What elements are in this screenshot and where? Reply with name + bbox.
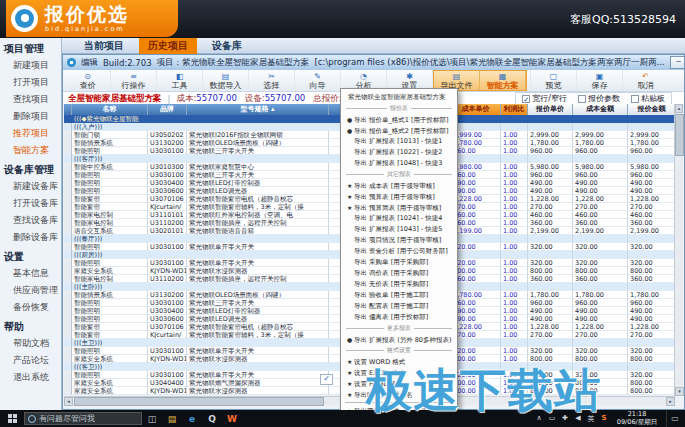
data-import-button[interactable]: ▤数据导入 [203,70,249,91]
row-selector[interactable] [64,291,72,299]
checkbox-报价参数[interactable]: 报价参数 [578,93,620,104]
wizard-button[interactable]: ✎向导 [295,70,341,91]
header-model[interactable]: 型号规格 ▴ [187,104,329,115]
checkbox-box-icon[interactable] [631,95,639,103]
row-selector[interactable] [64,363,72,371]
horizontal-scroll-thumb[interactable] [74,397,324,406]
sidebar-item-新建项目[interactable]: 新建项目 [0,57,61,74]
menu-item[interactable]: 导出 扩展报表 [1043] - 快捷5 [341,224,457,235]
scroll-down-icon[interactable]: ▾ [675,387,684,396]
row-selector[interactable] [64,347,72,355]
header-cost[interactable]: 成本单价 [451,104,501,115]
sidebar-item-退出系统[interactable]: 退出系统 [0,369,61,386]
edge-browser-icon[interactable]: e [182,414,202,424]
menu-item[interactable]: 导出 询价表 [用于采购部] [341,268,457,279]
menu-item[interactable]: ★导出 预算表 [用于领导审核] [341,191,457,202]
action-center-button[interactable]: ▭ [666,410,683,427]
row-actions-button[interactable]: ≡行操作 [111,70,157,91]
row-selector[interactable] [64,139,72,147]
checkbox-粘贴板[interactable]: 粘贴板 [631,93,665,104]
header-price-amount[interactable]: 报价金额 [628,104,676,115]
sidebar-item-智能方案[interactable]: 智能方案 [0,142,61,159]
tab-设备库[interactable]: 设备库 [203,38,251,54]
sidebar-item-帮助文档[interactable]: 帮助文档 [0,335,61,352]
menu-item[interactable]: ●导出 扩展报表 (另外 80多种报表) [341,334,457,345]
window-titlebar[interactable]: 编辑 Build:2.703 项目：紫光物联全屋智能家居基础型方案 [c:\pr… [63,55,684,70]
sidebar-item-备份恢复[interactable]: 备份恢复 [0,299,61,316]
menu-item[interactable]: ●导出 报价单_格式1 [用于投标部] [341,114,457,125]
wps-icon[interactable]: W [222,414,242,424]
menu-item[interactable]: 导出 采购单 [用于采购部] [341,257,457,268]
checkbox-宽行/窄行[interactable]: ✓宽行/窄行 [522,93,567,104]
tab-当前项目[interactable]: 当前项目 [75,38,133,54]
menu-item[interactable]: ●导出 报价单_格式2 [用于投标部] [341,125,457,136]
row-selector[interactable] [64,243,72,251]
sidebar-item-打开项目[interactable]: 打开项目 [0,74,61,91]
row-selector[interactable] [64,227,72,235]
sidebar-item-删除设备库[interactable]: 删除设备库 [0,229,61,246]
file-explorer-icon[interactable]: ▤ [162,414,182,424]
undo-button[interactable]: ↶取消 [622,70,668,91]
row-selector[interactable] [64,203,72,211]
header-price[interactable]: 报价单价 [528,104,573,115]
sidebar-item-打开设备库[interactable]: 打开设备库 [0,195,61,212]
sidebar-item-供应商管理[interactable]: 供应商管理 [0,282,61,299]
row-selector[interactable] [64,219,72,227]
row-selector[interactable] [64,371,72,379]
scroll-right-icon[interactable]: ▸ [666,397,675,406]
smart-plan-button[interactable]: ▦智能方案 [480,71,526,90]
row-selector[interactable] [64,379,72,387]
menu-item[interactable]: 导出 扩展报表 [1048] - 快捷3 [341,158,457,169]
row-selector[interactable] [64,195,72,203]
sidebar-item-基本信息[interactable]: 基本信息 [0,265,61,282]
menu-item[interactable]: 导出 扩展报表 [1022] - 快捷2 [341,147,457,158]
row-selector[interactable] [64,123,72,131]
sidebar-item-查找设备库[interactable]: 查找设备库 [0,212,61,229]
menu-item[interactable]: 导出 验收单 [用于施工部] [341,290,457,301]
menu-item[interactable]: 导出 扩展报表 [1013] - 快捷1 [341,136,457,147]
preview-button[interactable]: ▢预览 [530,70,576,91]
row-selector[interactable] [64,131,72,139]
tray-wps-icon[interactable]: S [600,414,608,424]
tab-历史项目[interactable]: 历史项目 [139,38,197,54]
header-name[interactable]: 名称 [72,104,148,115]
menu-item[interactable]: 导出 项目情况 [用于领导审核] [341,235,457,246]
row-selector[interactable] [64,331,72,339]
row-selector[interactable] [64,259,72,267]
scroll-left-icon[interactable]: ◂ [64,397,73,406]
header-brand[interactable]: 品牌 [148,104,187,115]
sidebar-item-产品论坛[interactable]: 产品论坛 [0,352,61,369]
row-selector[interactable] [64,251,72,259]
qq-icon[interactable]: Q [202,414,222,424]
minimize-button[interactable]: ─ [670,56,685,69]
row-selector[interactable] [64,283,72,291]
menu-item[interactable]: ★导出 成本表 [用于领导审核] [341,180,457,191]
scroll-up-icon[interactable]: ▴ [675,104,683,113]
check-price-button[interactable]: ⊙查价 [65,70,111,91]
header-cost-amount[interactable]: 成本金额 [573,104,628,115]
row-selector[interactable] [64,267,72,275]
row-selector[interactable] [64,355,72,363]
vertical-scrollbar[interactable]: ▴ ▾ [674,104,683,396]
checkbox-box-icon[interactable]: ✓ [522,95,530,103]
save-button[interactable]: ▣保存 [576,70,622,91]
row-selector[interactable] [64,147,72,155]
row-selector[interactable] [64,315,72,323]
sidebar-item-查找项目[interactable]: 查找项目 [0,91,61,108]
vertical-scroll-thumb[interactable] [675,114,684,156]
menu-item[interactable]: 导出 无价表 [用于采购部] [341,279,457,290]
sidebar-item-删除项目[interactable]: 删除项目 [0,108,61,125]
row-selector[interactable] [64,387,72,395]
row-selector[interactable] [64,339,72,347]
row-selector[interactable] [64,187,72,195]
row-check-icon[interactable]: ✓ [320,374,333,385]
row-selector[interactable] [64,235,72,243]
checkbox-box-icon[interactable] [578,95,586,103]
menu-item[interactable]: 导出 偏离表 [用于投标部] [341,312,457,323]
header-ratio[interactable]: 利润比 [501,104,528,115]
row-selector[interactable] [64,211,72,219]
menu-item[interactable]: ★导出 预算简表 [用于领导审核] [341,202,457,213]
tools-button[interactable]: ◧工具 [157,70,203,91]
row-selector[interactable] [64,171,72,179]
menu-item[interactable]: 导出 配置表 [用于施工部] [341,301,457,312]
